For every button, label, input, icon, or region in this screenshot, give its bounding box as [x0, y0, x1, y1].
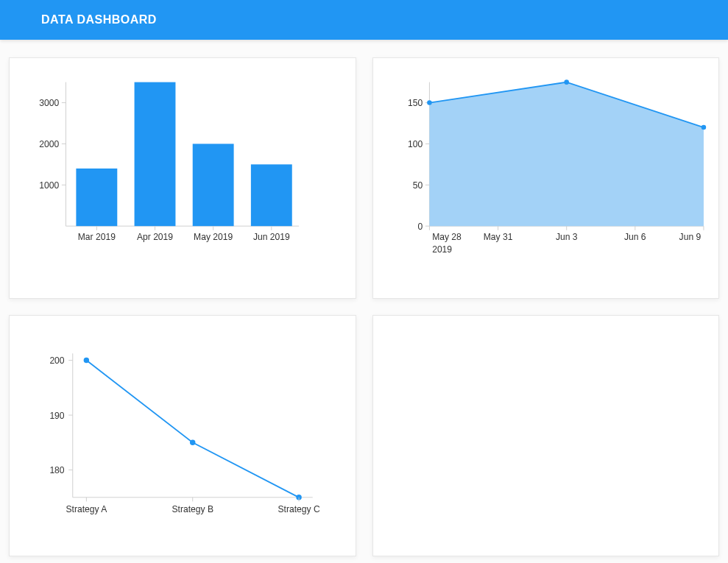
bar-mar-2019 [76, 169, 117, 226]
x-tick-mar: Mar 2019 [78, 232, 116, 242]
x-tick-strategy-c: Strategy C [278, 504, 319, 514]
x-tick-jun6: Jun 6 [624, 232, 646, 242]
y-tick-50: 50 [412, 180, 423, 191]
line-chart: 180 190 200 Strategy A Strategy B Strate… [18, 326, 347, 545]
x-tick-jun9: Jun 9 [679, 232, 701, 242]
x-tick-may31: May 31 [483, 232, 512, 242]
x-tick-may28: May 28 [432, 232, 462, 242]
y-tick-200: 200 [49, 355, 64, 366]
x-tick-jun3: Jun 3 [555, 232, 577, 242]
y-tick-150: 150 [407, 98, 422, 108]
card-empty [372, 315, 720, 556]
y-tick-190: 190 [49, 411, 64, 421]
line-path [86, 361, 299, 498]
card-line-chart: 180 190 200 Strategy A Strategy B Strate… [9, 315, 356, 556]
y-tick-2000: 2000 [39, 139, 59, 149]
y-tick-0: 0 [417, 222, 423, 232]
bar-may-2019 [193, 144, 234, 226]
y-tick-100: 100 [407, 139, 422, 149]
bar-apr-2019 [135, 82, 176, 227]
x-tick-jun: Jun 2019 [253, 232, 290, 242]
x-tick-apr: Apr 2019 [137, 232, 173, 242]
y-tick-3000: 3000 [39, 98, 59, 108]
y-tick-1000: 1000 [39, 180, 59, 191]
line-point-a [84, 358, 89, 363]
card-area-chart: 0 50 100 150 May 28 May 31 Jun 3 Jun 6 J [372, 57, 720, 299]
area-fill [429, 82, 704, 227]
bar-chart: 1000 2000 3000 Mar 2019 Apr 2019 May 201… [18, 68, 347, 288]
app-title: DATA DASHBOARD [41, 13, 157, 26]
y-tick-180: 180 [49, 465, 64, 475]
area-chart: 0 50 100 150 May 28 May 31 Jun 3 Jun 6 J [382, 68, 710, 288]
area-point-2 [564, 79, 569, 85]
line-point-b [190, 440, 195, 445]
app-header: DATA DASHBOARD [0, 0, 728, 40]
x-sublabel-year: 2019 [432, 244, 452, 255]
area-point-1 [427, 100, 432, 105]
bar-jun-2019 [251, 164, 292, 226]
dashboard-grid: 1000 2000 3000 Mar 2019 Apr 2019 May 201… [0, 40, 728, 556]
area-point-3 [701, 125, 706, 130]
card-bar-chart: 1000 2000 3000 Mar 2019 Apr 2019 May 201… [9, 57, 356, 299]
x-tick-may: May 2019 [194, 232, 233, 242]
x-tick-strategy-a: Strategy A [66, 504, 107, 514]
x-tick-strategy-b: Strategy B [172, 504, 213, 514]
